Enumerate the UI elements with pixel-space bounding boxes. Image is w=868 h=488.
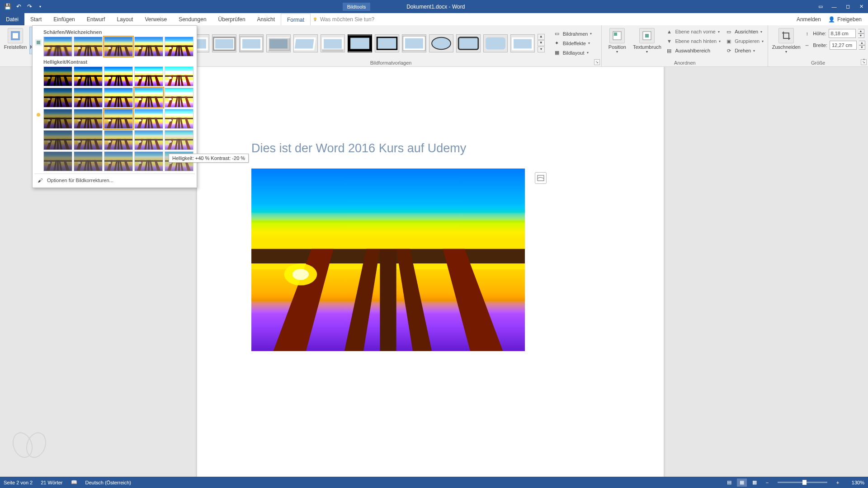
tab-file[interactable]: Datei bbox=[0, 13, 24, 25]
send-backward-button[interactable]: ▼Ebene nach hinten bbox=[664, 37, 722, 46]
correction-thumb[interactable] bbox=[43, 66, 72, 86]
ribbon-display-icon[interactable]: ▭ bbox=[814, 0, 827, 13]
width-spinner[interactable]: ▲▼ bbox=[859, 41, 865, 50]
tab-layout[interactable]: Layout bbox=[111, 13, 139, 25]
correction-thumb[interactable] bbox=[134, 37, 163, 56]
correction-thumb[interactable] bbox=[165, 66, 193, 86]
zoom-slider[interactable] bbox=[778, 482, 827, 483]
correction-thumb[interactable] bbox=[165, 130, 193, 150]
style-thumb[interactable] bbox=[429, 34, 453, 52]
minimize-icon[interactable]: — bbox=[827, 0, 841, 13]
undo-icon[interactable]: ↶ bbox=[14, 2, 24, 12]
group-button[interactable]: ▣Gruppieren bbox=[724, 37, 765, 46]
picture-layout-button[interactable]: ▦Bildlayout bbox=[552, 48, 594, 57]
correction-thumb[interactable] bbox=[74, 151, 103, 171]
styles-scroll-up[interactable]: ▲ bbox=[538, 34, 545, 40]
status-proofing-icon[interactable]: 📖 bbox=[71, 479, 77, 485]
style-thumb[interactable] bbox=[402, 34, 426, 52]
correction-thumb[interactable] bbox=[43, 37, 72, 56]
correction-thumb[interactable] bbox=[74, 37, 103, 56]
correction-thumb[interactable] bbox=[134, 88, 163, 108]
headline-text[interactable]: Dies ist der Word 2016 Kurs auf Udemy bbox=[251, 141, 466, 155]
correction-thumb[interactable] bbox=[104, 37, 133, 56]
save-icon[interactable]: 💾 bbox=[3, 2, 13, 12]
styles-scroll-down[interactable]: ▼ bbox=[538, 40, 545, 46]
correction-thumb[interactable] bbox=[134, 109, 163, 129]
style-thumb[interactable] bbox=[375, 34, 399, 52]
align-button[interactable]: ▭Ausrichten bbox=[724, 27, 765, 36]
correction-thumb[interactable] bbox=[134, 130, 163, 150]
tab-start[interactable]: Start bbox=[24, 13, 47, 25]
zoom-in-button[interactable]: + bbox=[833, 479, 843, 487]
close-icon[interactable]: ✕ bbox=[854, 0, 868, 13]
style-thumb[interactable] bbox=[321, 34, 345, 52]
styles-more[interactable]: ▾ bbox=[538, 47, 545, 52]
tab-review[interactable]: Überprüfen bbox=[212, 13, 251, 25]
height-spinner[interactable]: ▲▼ bbox=[858, 29, 864, 38]
crop-button[interactable]: Zuschneiden▾ bbox=[771, 27, 802, 54]
picture-styles-gallery[interactable]: ▲ ▼ ▾ bbox=[183, 32, 547, 54]
correction-thumb[interactable] bbox=[104, 88, 133, 108]
print-layout-icon[interactable]: ▦ bbox=[737, 479, 747, 487]
style-thumb[interactable] bbox=[239, 34, 264, 52]
signin-link[interactable]: Anmelden bbox=[797, 16, 821, 23]
bring-forward-button[interactable]: ▲Ebene nach vorne bbox=[664, 27, 722, 36]
remove-background-button[interactable]: Freistellen bbox=[3, 27, 28, 50]
tab-format[interactable]: Format bbox=[281, 14, 311, 26]
correction-thumb[interactable] bbox=[104, 109, 133, 129]
height-field[interactable]: ↕ Höhe: 8,18 cm ▲▼ bbox=[803, 29, 865, 38]
correction-thumb[interactable] bbox=[165, 109, 193, 129]
style-thumb[interactable] bbox=[293, 34, 318, 52]
style-thumb[interactable] bbox=[212, 34, 236, 52]
correction-thumb[interactable] bbox=[74, 109, 103, 129]
styles-launcher[interactable]: ↘ bbox=[594, 59, 600, 65]
style-thumb[interactable] bbox=[483, 34, 508, 52]
style-thumb[interactable] bbox=[266, 34, 291, 52]
selection-pane-button[interactable]: ▤Auswahlbereich bbox=[664, 46, 722, 55]
maximize-icon[interactable]: ◻ bbox=[841, 0, 854, 13]
width-input[interactable]: 12,27 cm bbox=[830, 41, 857, 50]
correction-thumb[interactable] bbox=[74, 130, 103, 150]
wrap-text-button[interactable]: Textumbruch▾ bbox=[632, 27, 662, 54]
correction-thumb[interactable] bbox=[134, 66, 163, 86]
share-button[interactable]: 👤 Freigeben bbox=[828, 16, 862, 23]
collapse-ribbon-icon[interactable]: ˄ bbox=[863, 58, 865, 65]
tab-mailings[interactable]: Sendungen bbox=[173, 13, 212, 25]
picture-effects-button[interactable]: ✦Bildeffekte bbox=[552, 39, 594, 48]
selected-image[interactable] bbox=[251, 169, 525, 351]
zoom-out-button[interactable]: − bbox=[762, 479, 772, 487]
correction-thumb[interactable] bbox=[104, 151, 133, 171]
tab-references[interactable]: Verweise bbox=[139, 13, 173, 25]
height-input[interactable]: 8,18 cm bbox=[829, 29, 856, 38]
correction-thumb[interactable] bbox=[43, 88, 72, 108]
style-thumb[interactable] bbox=[510, 34, 535, 52]
correction-thumb[interactable] bbox=[74, 88, 103, 108]
style-thumb[interactable] bbox=[456, 34, 481, 52]
layout-options-chip[interactable] bbox=[535, 172, 547, 184]
correction-thumb[interactable] bbox=[104, 66, 133, 86]
correction-thumb[interactable] bbox=[134, 151, 163, 171]
correction-thumb[interactable] bbox=[165, 88, 193, 108]
correction-thumb[interactable] bbox=[104, 130, 133, 150]
status-language[interactable]: Deutsch (Österreich) bbox=[85, 480, 131, 485]
rotate-button[interactable]: ⟳Drehen bbox=[724, 46, 765, 55]
width-field[interactable]: ↔ Breite: 12,27 cm ▲▼ bbox=[803, 41, 865, 50]
correction-thumb[interactable] bbox=[165, 37, 193, 56]
correction-thumb[interactable] bbox=[43, 130, 72, 150]
status-words[interactable]: 21 Wörter bbox=[41, 480, 62, 485]
picture-border-button[interactable]: ▭Bildrahmen bbox=[552, 29, 594, 38]
qat-customize-icon[interactable] bbox=[35, 2, 45, 12]
correction-thumb[interactable] bbox=[43, 151, 72, 171]
style-thumb[interactable] bbox=[348, 34, 372, 52]
correction-thumb[interactable] bbox=[43, 109, 72, 129]
tab-view[interactable]: Ansicht bbox=[251, 13, 281, 25]
page[interactable]: Dies ist der Word 2016 Kurs auf Udemy bbox=[197, 67, 664, 477]
redo-icon[interactable]: ↷ bbox=[24, 2, 34, 12]
picture-corrections-options[interactable]: 🖌 Optionen für Bildkorrekturen... bbox=[34, 174, 195, 187]
tab-design[interactable]: Entwurf bbox=[81, 13, 111, 25]
web-layout-icon[interactable]: ▩ bbox=[750, 479, 760, 487]
correction-thumb[interactable] bbox=[74, 66, 103, 86]
status-page[interactable]: Seite 2 von 2 bbox=[4, 480, 33, 485]
zoom-value[interactable]: 130% bbox=[845, 480, 864, 485]
position-button[interactable]: Position▾ bbox=[604, 27, 630, 54]
